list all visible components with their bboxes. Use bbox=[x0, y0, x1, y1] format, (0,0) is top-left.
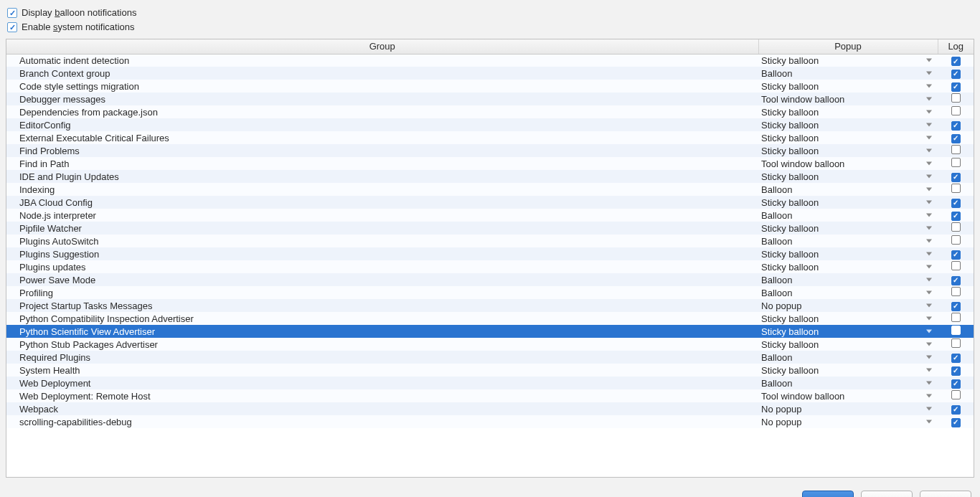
log-checkbox[interactable] bbox=[951, 70, 961, 79]
table-row[interactable]: Project Startup Tasks MessagesNo popup bbox=[6, 299, 974, 312]
cancel-button[interactable]: Cancel bbox=[861, 491, 913, 497]
column-header-log[interactable]: Log bbox=[938, 39, 974, 54]
log-checkbox[interactable] bbox=[951, 326, 961, 335]
chevron-down-icon[interactable] bbox=[926, 394, 932, 398]
table-row[interactable]: Required PluginsBalloon bbox=[6, 351, 974, 364]
chevron-down-icon[interactable] bbox=[926, 123, 932, 127]
enable-system-option[interactable]: Enable system notifications bbox=[7, 20, 974, 34]
chevron-down-icon[interactable] bbox=[926, 98, 932, 101]
group-cell[interactable]: Automatic indent detection bbox=[6, 54, 758, 67]
log-checkbox[interactable] bbox=[951, 184, 961, 193]
chevron-down-icon[interactable] bbox=[926, 382, 932, 385]
log-checkbox[interactable] bbox=[951, 302, 961, 311]
log-cell[interactable] bbox=[938, 247, 974, 260]
group-cell[interactable]: Profiling bbox=[6, 286, 758, 299]
log-cell[interactable] bbox=[938, 402, 974, 415]
log-cell[interactable] bbox=[938, 364, 974, 377]
chevron-down-icon[interactable] bbox=[926, 227, 932, 230]
group-cell[interactable]: Python Stub Packages Advertiser bbox=[6, 338, 758, 351]
group-cell[interactable]: Plugins updates bbox=[6, 260, 758, 273]
log-cell[interactable] bbox=[938, 299, 974, 312]
table-row[interactable]: Power Save ModeBalloon bbox=[6, 273, 974, 286]
group-cell[interactable]: EditorConfig bbox=[6, 118, 758, 131]
popup-cell[interactable]: Sticky balloon bbox=[758, 312, 938, 325]
log-cell[interactable] bbox=[938, 131, 974, 144]
chevron-down-icon[interactable] bbox=[926, 343, 932, 346]
chevron-down-icon[interactable] bbox=[926, 330, 932, 333]
log-checkbox[interactable] bbox=[951, 354, 961, 363]
table-row[interactable]: Python Compatibility Inspection Advertis… bbox=[6, 312, 974, 325]
chevron-down-icon[interactable] bbox=[926, 72, 932, 75]
table-row[interactable]: ProfilingBalloon bbox=[6, 286, 974, 299]
chevron-down-icon[interactable] bbox=[926, 304, 932, 308]
log-cell[interactable] bbox=[938, 273, 974, 286]
popup-cell[interactable]: Balloon bbox=[758, 183, 938, 196]
log-checkbox[interactable] bbox=[951, 276, 961, 285]
group-cell[interactable]: Plugins AutoSwitch bbox=[6, 235, 758, 247]
chevron-down-icon[interactable] bbox=[926, 278, 932, 282]
log-checkbox[interactable] bbox=[951, 106, 961, 115]
table-row[interactable]: Automatic indent detectionSticky balloon bbox=[6, 54, 974, 67]
popup-cell[interactable]: Balloon bbox=[758, 351, 938, 364]
table-row[interactable]: Plugins SuggestionSticky balloon bbox=[6, 247, 974, 260]
table-row[interactable]: System HealthSticky balloon bbox=[6, 364, 974, 377]
popup-cell[interactable]: No popup bbox=[758, 402, 938, 415]
table-row[interactable]: Code style settings migrationSticky ball… bbox=[6, 80, 974, 93]
table-row[interactable]: JBA Cloud ConfigSticky balloon bbox=[6, 196, 974, 209]
log-checkbox[interactable] bbox=[951, 212, 961, 221]
popup-cell[interactable]: Balloon bbox=[758, 67, 938, 80]
popup-cell[interactable]: Sticky balloon bbox=[758, 260, 938, 273]
group-cell[interactable]: Find in Path bbox=[6, 157, 758, 170]
log-checkbox[interactable] bbox=[951, 158, 961, 167]
log-cell[interactable] bbox=[938, 196, 974, 209]
popup-cell[interactable]: Balloon bbox=[758, 273, 938, 286]
log-cell[interactable] bbox=[938, 389, 974, 402]
column-header-group[interactable]: Group bbox=[6, 39, 758, 54]
table-row[interactable]: Debugger messagesTool window balloon bbox=[6, 93, 974, 105]
table-row[interactable]: External Executable Critical FailuresSti… bbox=[6, 131, 974, 144]
log-checkbox[interactable] bbox=[951, 366, 961, 376]
log-cell[interactable] bbox=[938, 170, 974, 183]
log-checkbox[interactable] bbox=[951, 222, 961, 232]
log-cell[interactable] bbox=[938, 80, 974, 93]
group-cell[interactable]: Required Plugins bbox=[6, 351, 758, 364]
group-cell[interactable]: Indexing bbox=[6, 183, 758, 196]
log-checkbox[interactable] bbox=[951, 390, 961, 399]
popup-cell[interactable]: Sticky balloon bbox=[758, 80, 938, 93]
popup-cell[interactable]: Balloon bbox=[758, 377, 938, 389]
chevron-down-icon[interactable] bbox=[926, 369, 932, 372]
log-checkbox[interactable] bbox=[951, 405, 961, 415]
table-row[interactable]: Dependencies from package.jsonSticky bal… bbox=[6, 105, 974, 118]
group-cell[interactable]: scrolling-capabilities-debug bbox=[6, 415, 758, 428]
log-cell[interactable] bbox=[938, 209, 974, 222]
group-cell[interactable]: System Health bbox=[6, 364, 758, 377]
log-cell[interactable] bbox=[938, 105, 974, 118]
chevron-down-icon[interactable] bbox=[926, 265, 932, 269]
table-row[interactable]: Node.js interpreterBalloon bbox=[6, 209, 974, 222]
log-checkbox[interactable] bbox=[951, 57, 961, 66]
popup-cell[interactable]: Sticky balloon bbox=[758, 196, 938, 209]
log-cell[interactable] bbox=[938, 338, 974, 351]
group-cell[interactable]: Python Scientific View Advertiser bbox=[6, 325, 758, 338]
log-cell[interactable] bbox=[938, 157, 974, 170]
log-checkbox[interactable] bbox=[951, 235, 961, 245]
group-cell[interactable]: Webpack bbox=[6, 402, 758, 415]
table-row[interactable]: Find in PathTool window balloon bbox=[6, 157, 974, 170]
log-checkbox[interactable] bbox=[951, 121, 961, 131]
log-checkbox[interactable] bbox=[951, 339, 961, 348]
popup-cell[interactable]: Tool window balloon bbox=[758, 389, 938, 402]
table-row[interactable]: Web DeploymentBalloon bbox=[6, 377, 974, 389]
log-cell[interactable] bbox=[938, 260, 974, 273]
log-cell[interactable] bbox=[938, 144, 974, 157]
log-cell[interactable] bbox=[938, 67, 974, 80]
log-checkbox[interactable] bbox=[951, 82, 961, 92]
log-checkbox[interactable] bbox=[951, 173, 961, 182]
log-checkbox[interactable] bbox=[951, 379, 961, 389]
ok-button[interactable]: OK bbox=[802, 491, 854, 497]
group-cell[interactable]: JBA Cloud Config bbox=[6, 196, 758, 209]
popup-cell[interactable]: Sticky balloon bbox=[758, 364, 938, 377]
chevron-down-icon[interactable] bbox=[926, 110, 932, 114]
log-cell[interactable] bbox=[938, 325, 974, 338]
display-balloon-checkbox[interactable] bbox=[7, 8, 17, 18]
log-checkbox[interactable] bbox=[951, 145, 961, 154]
